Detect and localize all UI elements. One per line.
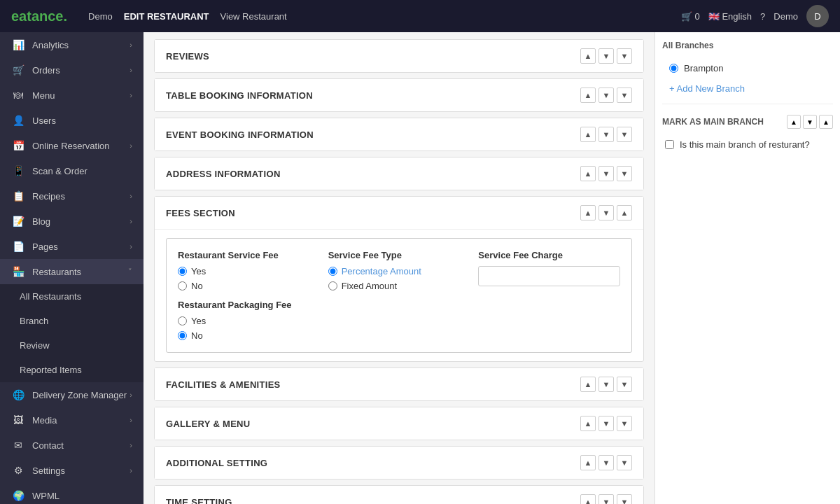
move-up-button[interactable]: ▲ xyxy=(580,494,596,504)
sidebar-item-label: Delivery Zone Manager xyxy=(32,390,127,400)
move-up-button[interactable]: ▲ xyxy=(580,205,596,220)
collapse-button[interactable]: ▲ xyxy=(617,205,632,220)
move-up-button[interactable]: ▲ xyxy=(580,166,596,181)
sidebar-item-menu[interactable]: 🍽 Menu › xyxy=(0,83,144,108)
wpml-icon: 🌍 xyxy=(11,490,25,501)
expand-button[interactable]: ▼ xyxy=(617,494,632,504)
users-icon: 👤 xyxy=(11,115,25,126)
cart-icon[interactable]: 🛒 0 xyxy=(681,11,700,22)
section-gallery-title: GALLERY & MENU xyxy=(166,419,580,429)
sidebar-item-orders[interactable]: 🛒 Orders › xyxy=(0,57,144,83)
mark-as-main-title: MARK AS MAIN BRANCH xyxy=(662,113,764,131)
move-down-button[interactable]: ▼ xyxy=(598,494,614,504)
mark-collapse-button[interactable]: ▲ xyxy=(819,115,833,129)
packaging-no-label[interactable]: No xyxy=(178,330,320,341)
move-up-button[interactable]: ▲ xyxy=(580,127,596,142)
logo: eatance. xyxy=(11,8,67,24)
mark-down-button[interactable]: ▼ xyxy=(803,115,817,129)
sidebar-item-label: Users xyxy=(32,115,56,126)
nav-view-restaurant[interactable]: View Restaurant xyxy=(220,11,287,22)
packaging-yes-radio[interactable] xyxy=(178,316,187,326)
move-up-button[interactable]: ▲ xyxy=(580,455,596,470)
sidebar-item-delivery-zone[interactable]: 🌐 Delivery Zone Manager › xyxy=(0,382,144,407)
move-down-button[interactable]: ▼ xyxy=(598,88,614,103)
sidebar-item-media[interactable]: 🖼 Media › xyxy=(0,407,144,433)
move-down-button[interactable]: ▼ xyxy=(598,205,614,220)
section-address-header[interactable]: ADDRESS INFORMATION ▲ ▼ ▼ xyxy=(155,158,643,190)
logo-dot: . xyxy=(64,8,68,24)
sidebar-item-restaurants[interactable]: 🏪 Restaurants ˅ xyxy=(0,259,144,284)
move-up-button[interactable]: ▲ xyxy=(580,88,596,103)
sidebar-item-scan-order[interactable]: 📱 Scan & Order xyxy=(0,158,144,183)
section-additional-title: ADDITIONAL SETTING xyxy=(166,458,580,468)
service-fee-charge-input[interactable] xyxy=(478,266,620,286)
chevron-right-icon: › xyxy=(130,466,132,475)
percentage-amount-radio[interactable] xyxy=(328,267,337,276)
main-branch-checkbox-row[interactable]: Is this main branch of resturant? xyxy=(662,134,833,155)
fixed-amount-radio[interactable] xyxy=(328,281,337,290)
packaging-yes-label[interactable]: Yes xyxy=(178,316,320,326)
sidebar-item-recipes[interactable]: 📋 Recipes › xyxy=(0,183,144,209)
main-branch-checkbox[interactable] xyxy=(665,140,674,149)
service-fee-no-radio[interactable] xyxy=(178,281,187,290)
percentage-amount-label[interactable]: Percentage Amount xyxy=(328,266,470,276)
move-down-button[interactable]: ▼ xyxy=(598,416,614,431)
section-controls: ▲ ▼ ▼ xyxy=(580,127,632,142)
sidebar-item-contact[interactable]: ✉ Contact › xyxy=(0,433,144,458)
expand-button[interactable]: ▼ xyxy=(617,48,632,64)
section-time-header[interactable]: TIME SETTING ▲ ▼ ▼ xyxy=(155,486,643,504)
sidebar-item-analytics[interactable]: 📊 Analytics › xyxy=(0,32,144,57)
move-down-button[interactable]: ▼ xyxy=(598,166,614,181)
nav-edit-restaurant[interactable]: EDIT RESTAURANT xyxy=(124,11,209,22)
user-avatar[interactable]: D xyxy=(806,5,829,27)
submenu-review[interactable]: Review xyxy=(0,333,144,358)
sidebar-item-wpml[interactable]: 🌍 WPML xyxy=(0,483,144,504)
user-label: Demo xyxy=(774,11,798,22)
move-down-button[interactable]: ▼ xyxy=(598,127,614,142)
submenu-branch[interactable]: Branch xyxy=(0,309,144,333)
expand-button[interactable]: ▼ xyxy=(617,416,632,431)
add-new-branch-link[interactable]: + Add New Branch xyxy=(662,79,833,98)
sidebar-item-label: Scan & Order xyxy=(32,166,88,176)
section-reviews-header[interactable]: REVIEWS ▲ ▼ ▼ xyxy=(155,40,643,72)
nav-demo[interactable]: Demo xyxy=(88,11,113,22)
service-fee-no-label[interactable]: No xyxy=(178,281,320,291)
section-additional-header[interactable]: ADDITIONAL SETTING ▲ ▼ ▼ xyxy=(155,447,643,479)
move-up-button[interactable]: ▲ xyxy=(580,48,596,64)
move-down-button[interactable]: ▼ xyxy=(598,48,614,64)
branch-brampton[interactable]: Brampton xyxy=(662,57,833,79)
section-table-booking-header[interactable]: TABLE BOOKING INFORMATION ▲ ▼ ▼ xyxy=(155,79,643,111)
service-fee-yes-radio[interactable] xyxy=(178,267,187,276)
submenu-reported-items[interactable]: Reported Items xyxy=(0,358,144,382)
sidebar-item-blog[interactable]: 📝 Blog › xyxy=(0,209,144,234)
service-fee-radio-group: Yes No xyxy=(178,266,320,291)
help-icon[interactable]: ? xyxy=(760,11,765,22)
move-up-button[interactable]: ▲ xyxy=(580,416,596,431)
main-branch-checkbox-label: Is this main branch of resturant? xyxy=(680,139,810,150)
packaging-no-radio[interactable] xyxy=(178,331,187,340)
service-fee-yes-label[interactable]: Yes xyxy=(178,266,320,276)
branch-brampton-radio[interactable] xyxy=(669,64,678,73)
fixed-amount-label[interactable]: Fixed Amount xyxy=(328,281,470,291)
move-down-button[interactable]: ▼ xyxy=(598,377,614,392)
expand-button[interactable]: ▼ xyxy=(617,377,632,392)
section-fees-header[interactable]: FEES SECTION ▲ ▼ ▲ xyxy=(155,197,643,229)
section-facilities-header[interactable]: FACILITIES & AMENITIES ▲ ▼ ▼ xyxy=(155,368,643,400)
sidebar-item-settings[interactable]: ⚙ Settings › xyxy=(0,458,144,483)
move-up-button[interactable]: ▲ xyxy=(580,377,596,392)
sidebar-item-users[interactable]: 👤 Users xyxy=(0,108,144,133)
expand-button[interactable]: ▼ xyxy=(617,166,632,181)
section-event-booking-title: EVENT BOOKING INFORMATION xyxy=(166,130,580,140)
language-selector[interactable]: 🇬🇧 English xyxy=(708,11,752,22)
expand-button[interactable]: ▼ xyxy=(617,127,632,142)
submenu-all-restaurants[interactable]: All Restaurants xyxy=(0,284,144,309)
expand-button[interactable]: ▼ xyxy=(617,88,632,103)
expand-button[interactable]: ▼ xyxy=(617,455,632,470)
mark-up-button[interactable]: ▲ xyxy=(787,115,801,129)
move-down-button[interactable]: ▼ xyxy=(598,455,614,470)
sidebar-item-online-reservation[interactable]: 📅 Online Reservation › xyxy=(0,133,144,158)
section-gallery-header[interactable]: GALLERY & MENU ▲ ▼ ▼ xyxy=(155,407,643,440)
section-event-booking-header[interactable]: EVENT BOOKING INFORMATION ▲ ▼ ▼ xyxy=(155,118,643,150)
sidebar-item-pages[interactable]: 📄 Pages › xyxy=(0,234,144,259)
section-fees: FEES SECTION ▲ ▼ ▲ Restaurant Service Fe… xyxy=(154,196,644,362)
